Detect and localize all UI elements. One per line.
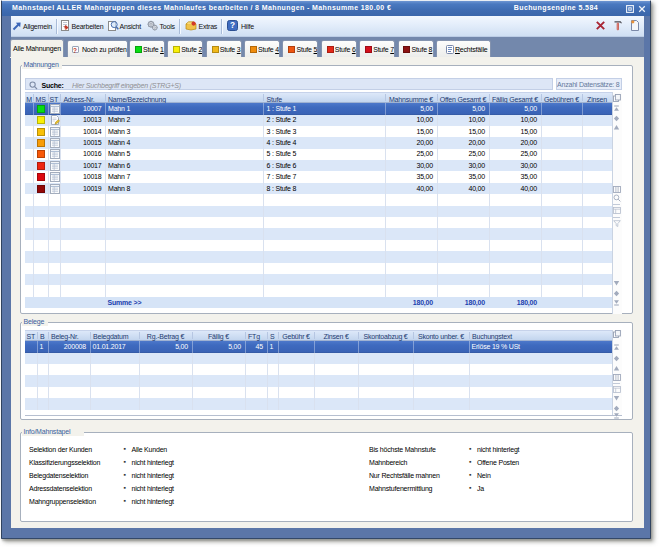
svg-text:?: ?	[230, 21, 235, 30]
